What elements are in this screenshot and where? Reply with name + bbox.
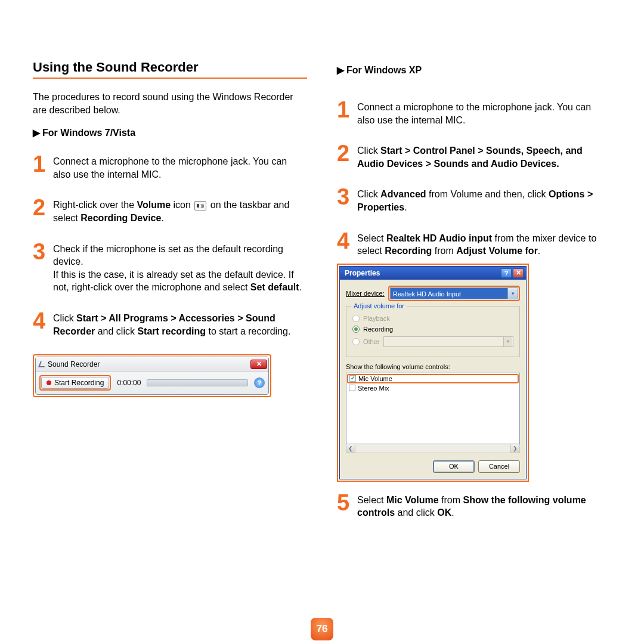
step-number: 3 [33, 242, 53, 294]
cancel-button[interactable]: Cancel [478, 460, 520, 473]
triangle-icon: ▶ [33, 127, 40, 138]
left-step-4: 4 Click Start > All Programs > Accessori… [33, 311, 307, 338]
scroll-left-icon[interactable]: ❮ [346, 444, 355, 453]
adjust-volume-fieldset: Adjust volume for Playback Recording Oth… [346, 306, 520, 357]
radio-icon [352, 338, 360, 345]
intro-text: The procedures to record sound using the… [33, 91, 307, 116]
right-column: ▶For Windows XP 1 Connect a microphone t… [337, 54, 611, 519]
step-text: Click Start > All Programs > Accessories… [53, 311, 307, 338]
properties-dialog-screenshot: Properties ? ✕ Mixer device: Realtek HD … [337, 264, 529, 482]
help-icon[interactable]: ? [254, 377, 265, 388]
step-number: 1 [33, 154, 53, 181]
right-step-4: 4 Select Realtek HD Audio input from the… [337, 231, 611, 258]
recorder-app-icon [38, 361, 47, 367]
subheading-win7: ▶For Windows 7/Vista [33, 127, 307, 138]
step-number: 4 [33, 311, 53, 338]
close-icon[interactable]: ✕ [250, 360, 267, 369]
checkbox-checked-icon: ✓ [349, 375, 356, 382]
radio-playback[interactable]: Playback [352, 315, 513, 322]
ok-button[interactable]: OK [433, 460, 475, 473]
right-step-5: 5 Select Mic Volume from Show the follow… [337, 493, 611, 519]
chevron-down-icon: ▾ [503, 337, 512, 346]
radio-icon [352, 326, 360, 333]
step-text: Select Realtek HD Audio input from the m… [357, 231, 611, 258]
recorder-level-bar [147, 379, 248, 386]
step-text: Select Mic Volume from Show the followin… [357, 493, 611, 519]
step-number: 5 [337, 493, 357, 519]
step-text: Click Advanced from Volume and then, cli… [357, 187, 611, 213]
dialog-titlebar: Properties ? ✕ [340, 267, 526, 280]
radio-icon [352, 315, 360, 322]
radio-other[interactable]: Other ▾ [352, 336, 513, 347]
section-title: Using the Sound Recorder [33, 60, 307, 75]
start-recording-highlight: Start Recording [39, 375, 111, 391]
left-step-3: 3 Check if the microphone is set as the … [33, 242, 307, 294]
page-number-badge: 76 [311, 618, 333, 640]
step-number: 3 [337, 187, 357, 213]
right-step-2: 2 Click Start > Control Panel > Sounds, … [337, 143, 611, 170]
chevron-down-icon: ▾ [507, 288, 518, 299]
right-step-1: 1 Connect a microphone to the microphone… [337, 100, 611, 126]
step-text: Connect a microphone to the microphone j… [53, 154, 307, 181]
recorder-titlebar: Sound Recorder ✕ [36, 357, 268, 371]
show-controls-label: Show the following volume controls: [346, 363, 520, 370]
mixer-device-select[interactable]: Realtek HD Audio Input ▾ [390, 287, 518, 299]
step-text: Connect a microphone to the microphone j… [357, 100, 611, 126]
start-recording-button[interactable]: Start Recording [41, 377, 109, 389]
list-item-mic-volume[interactable]: ✓ Mic Volume [347, 374, 519, 383]
triangle-icon: ▶ [337, 64, 344, 76]
scroll-right-icon[interactable]: ❯ [510, 444, 519, 453]
list-item-stereo-mix[interactable]: Stereo Mix [346, 384, 519, 392]
fieldset-legend: Adjust volume for [351, 302, 407, 309]
mixer-select-highlight: Realtek HD Audio Input ▾ [388, 286, 520, 301]
volume-controls-listbox[interactable]: ✓ Mic Volume Stereo Mix [346, 373, 520, 444]
mixer-device-label: Mixer device: [346, 290, 385, 297]
step-text: Click Start > Control Panel > Sounds, Sp… [357, 143, 611, 170]
step-text: Check if the microphone is set as the de… [53, 242, 307, 294]
recorder-title: Sound Recorder [48, 360, 250, 369]
other-select: ▾ [383, 336, 513, 347]
record-dot-icon [47, 380, 51, 385]
left-step-2: 2 Right-click over the Volume icon ))) o… [33, 197, 307, 224]
recorder-time: 0:00:00 [117, 379, 141, 387]
radio-recording[interactable]: Recording [352, 326, 513, 333]
dialog-title: Properties [345, 269, 500, 277]
left-column: Using the Sound Recorder The procedures … [33, 54, 307, 519]
left-step-1: 1 Connect a microphone to the microphone… [33, 154, 307, 181]
title-underline [33, 78, 307, 79]
listbox-horizontal-scrollbar[interactable]: ❮ ❯ [346, 444, 520, 453]
scroll-track [355, 444, 510, 453]
step-number: 4 [337, 231, 357, 258]
checkbox-unchecked-icon [349, 385, 355, 391]
step-number: 2 [33, 197, 53, 224]
volume-icon: ))) [194, 201, 206, 210]
sound-recorder-screenshot: Sound Recorder ✕ Start Recording 0:00:00… [33, 354, 271, 397]
step-number: 2 [337, 143, 357, 170]
subheading-winxp: ▶For Windows XP [337, 64, 611, 76]
close-icon[interactable]: ✕ [513, 268, 524, 278]
help-icon[interactable]: ? [501, 268, 512, 278]
step-number: 1 [337, 100, 357, 126]
right-step-3: 3 Click Advanced from Volume and then, c… [337, 187, 611, 213]
step-text: Right-click over the Volume icon ))) on … [53, 197, 307, 224]
